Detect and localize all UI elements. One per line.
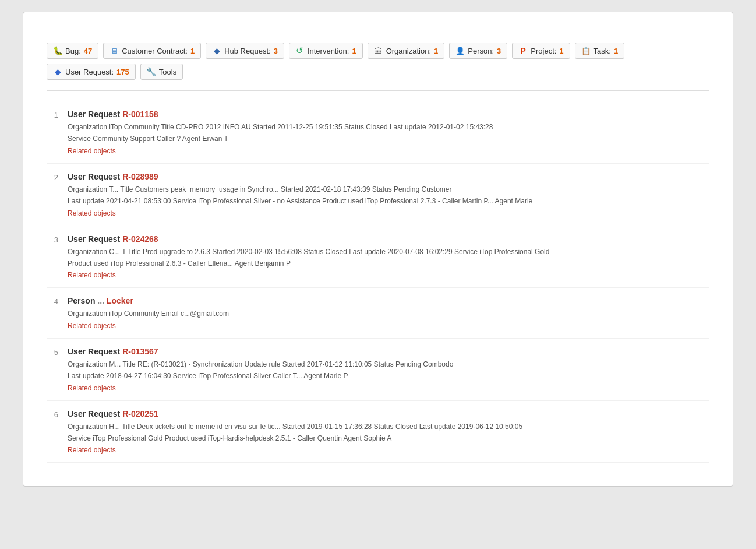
result-title: User Request R-028989 <box>68 172 709 181</box>
result-title: User Request R-001158 <box>68 110 709 119</box>
result-content: User Request R-001158 Organization iTop … <box>68 110 709 155</box>
result-title: User Request R-024268 <box>68 234 709 244</box>
result-item: 5 User Request R-013567 Organization M..… <box>47 339 709 401</box>
result-meta-line1: Organization iTop Community Title CD-PRO… <box>68 121 709 133</box>
related-objects-link[interactable]: Related objects <box>68 147 116 155</box>
result-item: 3 User Request R-024268 Organization C..… <box>47 226 709 288</box>
filter-count: 1 <box>559 47 563 55</box>
result-id-link[interactable]: R-024268 <box>122 234 158 244</box>
filter-label: Hub Request: <box>224 47 271 55</box>
result-id-link[interactable]: R-028989 <box>122 172 158 181</box>
contract-icon: 🖥 <box>109 46 119 55</box>
results-list: 1 User Request R-001158 Organization iTo… <box>47 101 709 463</box>
result-id-link[interactable]: R-013567 <box>122 347 158 356</box>
page-container: 🐛Bug: 47🖥Customer Contract: 1◆Hub Reques… <box>23 12 733 487</box>
result-type: Person <box>68 296 97 305</box>
result-type: User Request <box>68 347 122 356</box>
result-meta-line1: Organization M... Title RE: (R-013021) -… <box>68 358 709 370</box>
intervention-icon: ↺ <box>295 46 305 55</box>
result-meta-line1: Organization T... Title Customers peak_m… <box>68 184 709 195</box>
result-type: User Request <box>68 110 122 119</box>
result-item: 6 User Request R-020251 Organization H..… <box>47 401 709 463</box>
result-title: User Request R-013567 <box>68 347 709 356</box>
filter-count: 47 <box>84 47 92 55</box>
result-meta-line1: Organization H... Title Deux tickets ont… <box>68 421 709 432</box>
result-meta-line2: Last update 2021-04-21 08:53:00 Service … <box>68 195 709 207</box>
person-separator: ... <box>97 296 104 305</box>
result-number: 3 <box>47 234 58 280</box>
org-icon: 🏛 <box>374 46 383 55</box>
result-number: 5 <box>47 347 58 392</box>
filter-label: Person: <box>468 47 494 55</box>
filter-btn-person[interactable]: 👤Person: 3 <box>449 43 507 59</box>
result-id-link[interactable]: R-001158 <box>122 110 158 119</box>
filter-btn-organization[interactable]: 🏛Organization: 1 <box>368 43 445 59</box>
result-type: User Request <box>68 172 122 181</box>
filter-count: 3 <box>497 47 501 55</box>
filter-label: Intervention: <box>308 47 349 55</box>
result-meta-line1: Organization iTop Community Email c...@g… <box>68 308 709 319</box>
filter-count: 1 <box>352 47 356 55</box>
filter-label: Project: <box>531 47 556 55</box>
result-item: 2 User Request R-028989 Organization T..… <box>47 164 709 226</box>
result-number: 1 <box>47 110 58 155</box>
result-content: User Request R-013567 Organization M... … <box>68 347 709 392</box>
result-item: 4 Person ... Locker Organization iTop Co… <box>47 288 709 338</box>
related-objects-link[interactable]: Related objects <box>68 446 116 454</box>
filter-btn-user-request[interactable]: ◆User Request: 175 <box>47 64 136 80</box>
project-icon: P <box>518 46 528 55</box>
filter-count: 3 <box>274 47 278 55</box>
bug-icon: 🐛 <box>53 46 62 55</box>
filter-label: Task: <box>594 47 611 55</box>
result-meta-line2: Last update 2018-04-27 16:04:30 Service … <box>68 370 709 382</box>
result-type: User Request <box>68 234 122 244</box>
result-content: Person ... Locker Organization iTop Comm… <box>68 296 709 329</box>
filter-btn-customer-contract[interactable]: 🖥Customer Contract: 1 <box>103 43 201 59</box>
filter-label: User Request: <box>65 68 114 76</box>
result-content: User Request R-024268 Organization C... … <box>68 234 709 280</box>
task-icon: 📋 <box>581 46 591 55</box>
filter-btn-bug[interactable]: 🐛Bug: 47 <box>47 43 98 59</box>
result-type: User Request <box>68 409 122 418</box>
related-objects-link[interactable]: Related objects <box>68 209 116 217</box>
result-id-link[interactable]: Locker <box>107 296 133 305</box>
filter-count: 175 <box>116 68 129 76</box>
tools-icon: 🔧 <box>147 67 156 76</box>
userreq-icon: ◆ <box>53 67 62 76</box>
filter-label: Tools <box>159 68 176 76</box>
person-icon: 👤 <box>455 46 465 55</box>
result-title: User Request R-020251 <box>68 409 709 418</box>
related-objects-link[interactable]: Related objects <box>68 322 116 330</box>
result-content: User Request R-028989 Organization T... … <box>68 172 709 217</box>
result-meta-line1: Organization C... T Title Prod upgrade t… <box>68 246 709 258</box>
filter-btn-hub-request[interactable]: ◆Hub Request: 3 <box>206 43 284 59</box>
result-meta-line2: Service iTop Professional Gold Product u… <box>68 432 709 444</box>
filter-btn-intervention[interactable]: ↺Intervention: 1 <box>289 43 363 59</box>
result-id-link[interactable]: R-020251 <box>122 409 158 418</box>
filter-btn-task[interactable]: 📋Task: 1 <box>575 43 625 59</box>
filter-btn-tools[interactable]: 🔧Tools <box>140 64 183 80</box>
filter-count: 1 <box>614 47 618 55</box>
filter-btn-project[interactable]: PProject: 1 <box>512 43 570 59</box>
filter-label: Customer Contract: <box>122 47 188 55</box>
filter-count: 1 <box>190 47 195 55</box>
hub-icon: ◆ <box>212 46 221 55</box>
result-item: 1 User Request R-001158 Organization iTo… <box>47 101 709 164</box>
result-content: User Request R-020251 Organization H... … <box>68 409 709 455</box>
filter-count: 1 <box>434 47 438 55</box>
filter-label: Bug: <box>65 47 81 55</box>
result-meta-line2: Service Community Support Caller ? Agent… <box>68 133 709 145</box>
filter-label: Organization: <box>386 47 431 55</box>
result-number: 2 <box>47 172 58 217</box>
result-number: 4 <box>47 296 58 329</box>
filter-bar: 🐛Bug: 47🖥Customer Contract: 1◆Hub Reques… <box>47 43 709 91</box>
related-objects-link[interactable]: Related objects <box>68 384 116 392</box>
related-objects-link[interactable]: Related objects <box>68 271 116 279</box>
result-meta-line2: Product used iTop Professional 2.6.3 - C… <box>68 258 709 269</box>
result-number: 6 <box>47 409 58 455</box>
result-title: Person ... Locker <box>68 296 709 305</box>
